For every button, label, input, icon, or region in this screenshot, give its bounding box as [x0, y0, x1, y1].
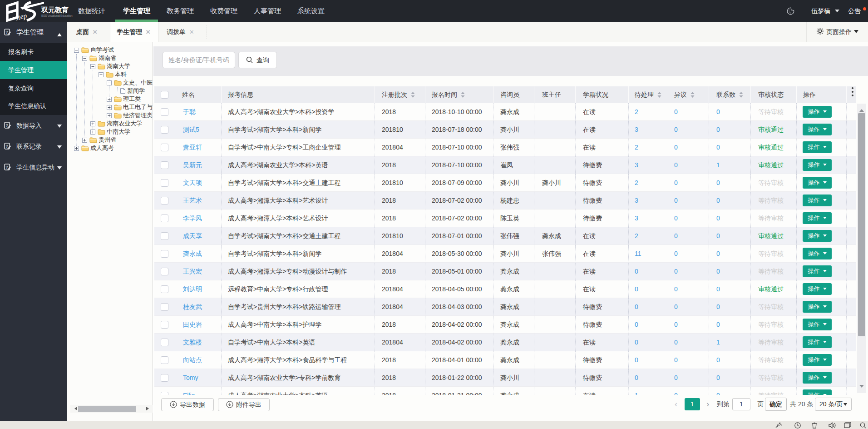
- svg-text:?: ?: [5, 144, 8, 149]
- svg-text:?: ?: [5, 165, 8, 170]
- svg-text:?: ?: [5, 123, 8, 128]
- svg-text:?: ?: [5, 30, 8, 35]
